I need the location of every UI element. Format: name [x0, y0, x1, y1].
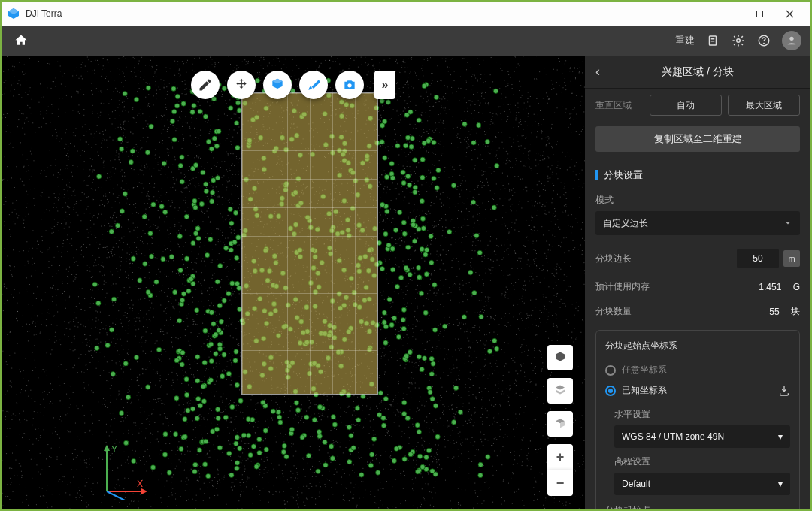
more-tools-button[interactable]: »	[374, 71, 395, 99]
app-toolbar: 重建	[2, 26, 810, 56]
caret-down-icon: ▾	[778, 431, 783, 442]
svg-marker-13	[104, 445, 110, 451]
mode-select[interactable]: 自定义边长	[595, 211, 800, 235]
help-icon[interactable]	[756, 33, 771, 48]
horizontal-crs-value: WGS 84 / UTM zone 49N	[622, 431, 724, 442]
origin-crs-title: 分块起始点坐标系	[605, 340, 790, 352]
svg-point-9	[764, 43, 765, 44]
recon-region-label: 重直区域	[595, 99, 644, 112]
radio-icon	[605, 386, 616, 396]
move-tool-button[interactable]	[227, 71, 256, 99]
auto-region-button[interactable]: 自动	[650, 95, 722, 116]
est-memory-label: 预计使用内存	[595, 280, 650, 293]
axes-gizmo: Y X	[92, 440, 152, 500]
radio-arbitrary-label: 任意坐标系	[622, 364, 667, 376]
svg-point-11	[347, 83, 351, 87]
panel-back-button[interactable]: ‹	[595, 64, 600, 80]
block-count-value: 55	[769, 307, 779, 317]
import-crs-icon[interactable]	[778, 385, 790, 397]
roi-rectangle[interactable]	[242, 93, 377, 394]
svg-point-7	[737, 39, 741, 43]
block-edge-label: 分块边长	[595, 252, 632, 265]
max-region-button[interactable]: 最大区域	[728, 95, 800, 116]
axis-y-label: Y	[111, 444, 117, 455]
vertical-crs-select[interactable]: Default ▾	[614, 473, 790, 495]
gear-icon[interactable]	[731, 33, 746, 48]
est-memory-value: 1.451	[759, 282, 781, 292]
map-viewport[interactable]: » + − Y X	[2, 56, 585, 509]
mode-select-value: 自定义边长	[603, 217, 648, 230]
block-count-unit: 块	[791, 305, 800, 318]
mode-label: 模式	[585, 189, 810, 211]
close-button[interactable]	[774, 2, 804, 26]
view-top-button[interactable]	[547, 378, 573, 404]
zoom-out-button[interactable]: −	[547, 470, 573, 496]
block-edge-unit: m	[783, 250, 800, 267]
brush-tool-button[interactable]	[299, 71, 328, 99]
caret-down-icon: ▾	[778, 479, 783, 489]
horizontal-crs-label: 水平设置	[614, 408, 790, 421]
radio-icon	[605, 365, 616, 376]
chevron-down-icon	[783, 219, 792, 228]
camera-tool-button[interactable]	[335, 71, 364, 99]
block-settings-header: 分块设置	[604, 168, 643, 182]
floating-tool-row: »	[191, 71, 395, 99]
view-side-button[interactable]	[547, 411, 573, 437]
home-button[interactable]	[11, 30, 32, 51]
copy-to-2d-button[interactable]: 复制区域至二维重建	[595, 126, 800, 152]
window-titlebar: DJI Terra	[2, 2, 810, 26]
axis-x-label: X	[137, 479, 143, 489]
vertical-crs-value: Default	[622, 479, 650, 489]
vertical-crs-label: 高程设置	[614, 455, 790, 468]
view-3d-button[interactable]	[547, 345, 573, 370]
roi-grid-overlay	[242, 93, 377, 394]
maximize-button[interactable]	[744, 2, 774, 26]
svg-marker-15	[141, 488, 147, 494]
section-accent-bar	[595, 170, 598, 180]
block-edge-input[interactable]	[737, 249, 779, 268]
radio-known-label: 已知坐标系	[622, 384, 667, 397]
clipboard-icon[interactable]	[705, 33, 720, 48]
app-title: DJI Terra	[26, 8, 62, 19]
est-memory-unit: G	[793, 282, 800, 292]
radio-arbitrary-crs[interactable]: 任意坐标系	[605, 360, 790, 380]
horizontal-crs-select[interactable]: WGS 84 / UTM zone 49N ▾	[614, 425, 790, 448]
user-avatar[interactable]	[782, 31, 801, 50]
edit-tool-button[interactable]	[191, 71, 220, 99]
cube-tool-button[interactable]	[263, 71, 292, 99]
block-count-label: 分块数量	[595, 305, 632, 318]
origin-point-label: 分块起始点	[605, 504, 790, 509]
app-logo-icon	[8, 8, 20, 20]
radio-known-crs[interactable]: 已知坐标系	[605, 380, 790, 401]
minimize-button[interactable]	[714, 2, 744, 26]
origin-crs-panel: 分块起始点坐标系 任意坐标系 已知坐标系 水平设置 WGS 84 / UTM z…	[595, 330, 800, 509]
properties-panel: ‹ 兴趣区域 / 分块 重直区域 自动 最大区域 复制区域至二维重建 分块设置 …	[585, 56, 810, 509]
rebuild-button[interactable]: 重建	[675, 34, 695, 47]
svg-rect-3	[756, 11, 762, 17]
panel-title: 兴趣区域 / 分块	[585, 65, 810, 79]
svg-line-16	[107, 491, 125, 500]
svg-point-10	[789, 37, 793, 41]
zoom-in-button[interactable]: +	[547, 444, 573, 470]
